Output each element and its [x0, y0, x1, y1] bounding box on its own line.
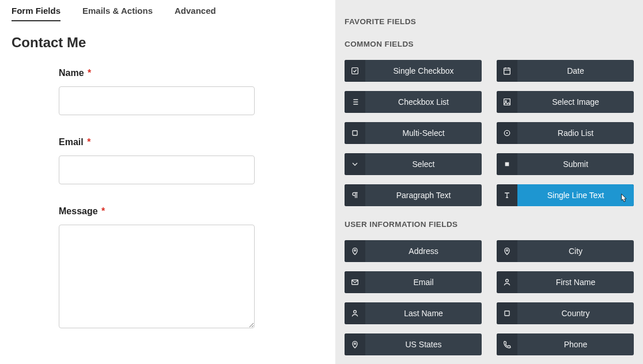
- phone-icon: [497, 333, 517, 355]
- input-email[interactable]: [59, 156, 255, 184]
- svg-rect-0: [352, 68, 358, 74]
- form-title: Contact Me: [12, 35, 324, 51]
- field-single-line-text[interactable]: Single Line Text: [497, 184, 634, 206]
- square-icon: [497, 302, 517, 324]
- field-country[interactable]: Country: [497, 302, 634, 324]
- field-label: Multi-Select: [365, 128, 482, 138]
- field-select-image[interactable]: Select Image: [497, 91, 634, 113]
- field-date[interactable]: Date: [497, 60, 634, 82]
- svg-point-11: [506, 279, 509, 282]
- map-pin-icon: [345, 333, 365, 355]
- tabs-bar: Form Fields Emails & Actions Advanced: [12, 3, 324, 22]
- svg-rect-1: [504, 68, 510, 74]
- field-label: Paragraph Text: [365, 191, 482, 200]
- svg-point-6: [506, 132, 508, 134]
- list-icon: [345, 91, 365, 113]
- label-message-text: Message: [59, 206, 98, 216]
- field-city[interactable]: City: [497, 240, 634, 262]
- section-user-info-fields: USER INFORMATION FIELDS: [345, 220, 634, 229]
- svg-point-3: [505, 101, 506, 102]
- svg-point-8: [354, 249, 356, 251]
- map-pin-icon: [497, 240, 517, 262]
- field-label: Submit: [517, 160, 634, 169]
- square-icon: [345, 122, 365, 144]
- field-email[interactable]: Email *: [59, 137, 268, 184]
- chevron-down-icon: [345, 153, 365, 175]
- field-us-states[interactable]: US States: [345, 333, 482, 355]
- radio-icon: [497, 122, 517, 144]
- label-message: Message *: [59, 206, 268, 217]
- svg-point-12: [354, 310, 357, 313]
- field-label: First Name: [517, 278, 634, 287]
- tab-emails-actions[interactable]: Emails & Actions: [82, 3, 153, 21]
- field-phone[interactable]: Phone: [497, 333, 634, 355]
- user-fields-grid: Address City Email First Name Last Name …: [345, 240, 634, 355]
- required-mark: *: [88, 68, 91, 78]
- section-common-fields: COMMON FIELDS: [345, 40, 634, 48]
- field-paragraph-text[interactable]: Paragraph Text: [345, 184, 482, 206]
- svg-rect-7: [505, 162, 509, 166]
- svg-rect-13: [505, 311, 509, 316]
- field-first-name[interactable]: First Name: [497, 271, 634, 293]
- label-email: Email *: [59, 137, 268, 147]
- field-select[interactable]: Select: [345, 153, 482, 175]
- field-message[interactable]: Message *: [59, 206, 268, 331]
- image-icon: [497, 91, 517, 113]
- form-editor-pane: Form Fields Emails & Actions Advanced Co…: [0, 0, 335, 364]
- common-fields-grid: Single Checkbox Date Checkbox List Selec…: [345, 60, 634, 206]
- field-single-checkbox[interactable]: Single Checkbox: [345, 60, 482, 82]
- map-pin-icon: [345, 240, 365, 262]
- field-label: Checkbox List: [365, 97, 482, 107]
- field-label: Single Checkbox: [365, 66, 482, 75]
- field-label: Email: [365, 278, 482, 287]
- textarea-message[interactable]: [59, 225, 255, 328]
- field-last-name[interactable]: Last Name: [345, 302, 482, 324]
- field-label: Select: [365, 160, 482, 169]
- field-label: Radio List: [517, 128, 634, 138]
- tab-form-fields[interactable]: Form Fields: [12, 3, 60, 21]
- field-label: Country: [517, 309, 634, 318]
- svg-point-9: [506, 249, 508, 251]
- field-label: Select Image: [517, 97, 634, 107]
- label-email-text: Email: [59, 137, 84, 147]
- user-icon: [345, 302, 365, 324]
- paragraph-icon: [345, 184, 365, 206]
- section-favorite-fields: FAVORITE FIELDS: [345, 17, 634, 26]
- field-label: Address: [365, 247, 482, 256]
- label-name-text: Name: [59, 68, 84, 78]
- field-radio-list[interactable]: Radio List: [497, 122, 634, 144]
- field-submit[interactable]: Submit: [497, 153, 634, 175]
- field-email[interactable]: Email: [345, 271, 482, 293]
- tab-advanced[interactable]: Advanced: [175, 3, 216, 21]
- svg-rect-2: [504, 99, 510, 105]
- required-mark: *: [101, 206, 105, 216]
- user-icon: [497, 271, 517, 293]
- square-filled-icon: [497, 153, 517, 175]
- label-name: Name *: [59, 68, 268, 78]
- field-address[interactable]: Address: [345, 240, 482, 262]
- calendar-icon: [497, 60, 517, 82]
- text-icon: [497, 184, 517, 206]
- field-checkbox-list[interactable]: Checkbox List: [345, 91, 482, 113]
- field-label: US States: [365, 340, 482, 349]
- field-label: Phone: [517, 340, 634, 349]
- field-label: Last Name: [365, 309, 482, 318]
- field-multi-select[interactable]: Multi-Select: [345, 122, 482, 144]
- field-label: Single Line Text: [517, 184, 634, 206]
- svg-rect-4: [353, 131, 357, 135]
- envelope-icon: [345, 271, 365, 293]
- form-preview: Name * Email * Message *: [12, 68, 268, 331]
- field-palette-pane: FAVORITE FIELDS COMMON FIELDS Single Che…: [335, 0, 643, 364]
- input-name[interactable]: [59, 86, 255, 115]
- svg-point-14: [354, 343, 356, 344]
- checkbox-icon: [345, 60, 365, 82]
- field-label: City: [517, 247, 634, 256]
- field-label: Date: [517, 66, 634, 75]
- field-name[interactable]: Name *: [59, 68, 268, 115]
- required-mark: *: [87, 137, 90, 147]
